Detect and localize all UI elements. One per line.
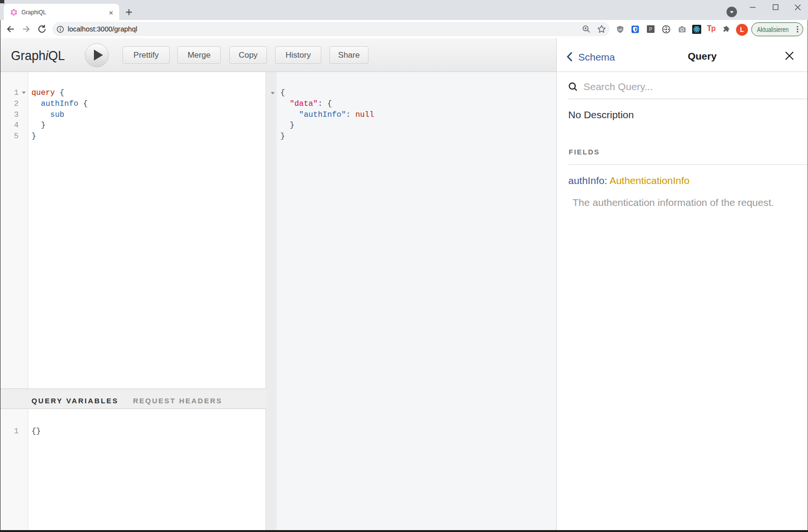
svg-text:uO: uO: [618, 28, 623, 31]
svg-text:P: P: [649, 27, 653, 32]
